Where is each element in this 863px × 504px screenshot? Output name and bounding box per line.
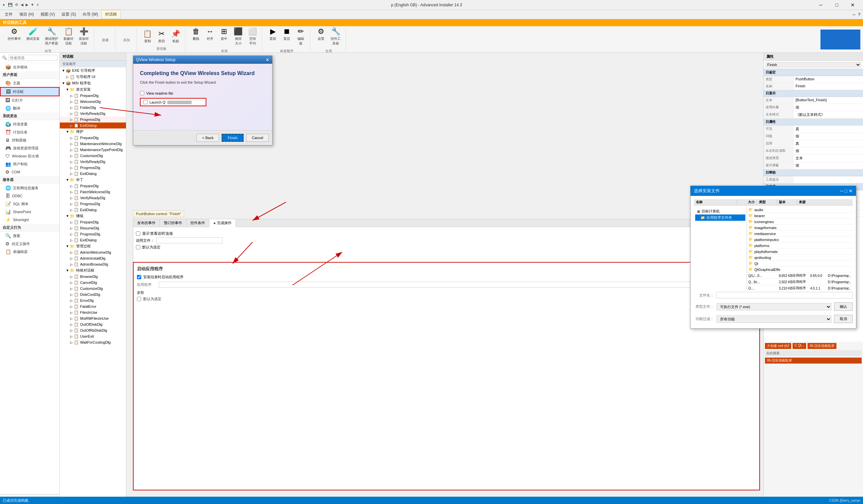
file-row-platforms[interactable]: 📁 platforms — [747, 243, 853, 249]
sidebar-item-envvar[interactable]: 🌍 环境变量 — [0, 120, 60, 128]
right-item-detail[interactable]: 06-Qt实现截取屏 — [765, 358, 862, 364]
tab-complete-action[interactable]: ● 完成操作 — [209, 219, 236, 227]
view-readme-checkbox[interactable] — [140, 91, 144, 95]
tree-item-browsedlg[interactable]: ▷📋BrowseDlg — [60, 274, 126, 280]
toolbar-btn-front[interactable]: ▶ 置前 — [266, 26, 279, 48]
tree-item-verifyreadydlg-3[interactable]: ▷📋VerifyReadyDlg — [60, 195, 126, 201]
sidebar-item-controlpanel[interactable]: 🖥 控制面板 — [0, 136, 60, 144]
file-row-qt[interactable]: 📁 Qt — [747, 261, 853, 267]
toolbar-btn-space-even[interactable]: ⬜ 空间平均 — [246, 26, 259, 48]
toolbar-btn-settings[interactable]: ⚙ 设置 — [314, 26, 328, 48]
tab-control-conditions[interactable]: 控件条件 — [186, 219, 209, 227]
tree-item-maintenance[interactable]: ▼📁维护 — [60, 129, 126, 135]
tree-item-filesinuse[interactable]: ▷📋FilesInUse — [60, 309, 126, 315]
maximize-button[interactable]: □ — [829, 0, 845, 10]
tree-item-outofrbdiskdlg[interactable]: ▷📋OutOfRbDiskDlg — [60, 327, 126, 333]
toolbar-btn-same-size[interactable]: ⬛ 相同大小 — [231, 26, 245, 48]
sidebar-item-sql[interactable]: 📝 SQL 脚本 — [0, 200, 60, 208]
tree-item-admin-process[interactable]: ▼📁管理过程 — [60, 243, 126, 249]
tree-item-adminwelcome[interactable]: ▷📋AdminWelcomeDlg — [60, 249, 126, 255]
tree-item-errordlg[interactable]: ▷📋ErrorDlg — [60, 297, 126, 303]
tree-item-preparedlg-2[interactable]: ▷📋PrepareDlg — [60, 135, 126, 141]
tree-item-verifyreadydlg-2[interactable]: ▷📋VerifyReadyDlg — [60, 159, 126, 165]
tree-item-waitforcost[interactable]: ▷📋WaitForCostingDlg — [60, 339, 126, 345]
launch-box[interactable]: Launch Q ▓▓▓▓▓▓▓▓▓▓ — [140, 98, 207, 106]
back-button[interactable]: < Back — [196, 134, 219, 142]
tree-item-fatalerror[interactable]: ▷📋FatalError — [60, 303, 126, 309]
tree-item-resumedlg[interactable]: ▷📋ResumeDlg — [60, 225, 126, 231]
sidebar-item-translate[interactable]: 🌐 翻译 — [0, 104, 60, 112]
tree-item-mainttype[interactable]: ▷📋MaintenanceTypePointDlg — [60, 147, 126, 153]
sidebar-item-com[interactable]: ⚙ COM — [0, 168, 60, 176]
file-dialog-minimize[interactable]: ─ — [840, 188, 843, 194]
toolbar-btn-edit-val[interactable]: ✏ 编辑值 — [294, 26, 308, 48]
launch-checkbox[interactable] — [143, 100, 148, 104]
file-row-mediaservice[interactable]: 📁 mediaservice — [747, 231, 853, 237]
description-file-input[interactable] — [156, 237, 223, 243]
tree-item-customizedlg-1[interactable]: ▷📋CustomizeDlg — [60, 153, 126, 159]
param-default-checkbox[interactable] — [137, 297, 141, 301]
sidebar-item-silverlight[interactable]: ⚡ Silverlight — [0, 216, 60, 224]
toolbar-btn-paste[interactable]: 📌 粘贴 — [169, 28, 183, 45]
sidebar-item-games[interactable]: 🎮 游戏资源管理器 — [0, 144, 60, 152]
tree-item-exitdialog-3[interactable]: ▷📋ExitDialog — [60, 207, 126, 213]
sidebar-item-table-editor[interactable]: 📋 表编辑器 — [0, 248, 60, 256]
sidebar-item-schedule[interactable]: ⏰ 计划任务 — [0, 128, 60, 136]
file-row-imageformats[interactable]: 📁 imageformats — [747, 225, 853, 231]
menu-view[interactable]: 视图 (V) — [37, 10, 58, 18]
file-row-bearer[interactable]: 📁 bearer — [747, 213, 853, 219]
file-row-exe1[interactable]: Q/L/...0... 8,652 KB 应用程序 0.65.0.0 D:\Pr… — [747, 273, 853, 279]
tab-published-events[interactable]: 发布的事件 — [133, 219, 160, 227]
finish-button[interactable]: Finish — [222, 134, 243, 142]
tree-item-first-install[interactable]: ▼ 📁 首次安装 — [60, 86, 126, 93]
sidebar-item-merge-modules[interactable]: 📦 合并模块 — [0, 63, 60, 71]
app-program-input[interactable] — [159, 282, 756, 287]
menu-settings[interactable]: 设置 (S) — [58, 10, 79, 18]
tree-item-customizedlg-2[interactable]: ▷📋CustomizeDlg — [60, 286, 126, 292]
tree-item-preparedlg-3[interactable]: ▷📋PrepareDlg — [60, 183, 126, 189]
sidebar-item-slides[interactable]: 🖼 幻灯片 — [0, 96, 60, 104]
tree-item-welcomedlg[interactable]: ▷📋WelcomeDlg — [60, 99, 126, 105]
properties-dropdown[interactable]: Finish — [766, 62, 861, 67]
dialog-close-button[interactable]: ✕ — [265, 57, 270, 62]
sidebar-item-firewall[interactable]: 🛡 Windows 防火墙 — [0, 152, 60, 160]
tree-item-admininstall[interactable]: ▷📋AdminInstallDlg — [60, 255, 126, 261]
file-row-exe3[interactable]: Q.... 3,210 KB 应用程序 4.0.1.1 D:\Program\q… — [747, 285, 853, 290]
tree-item-preparedlg-1[interactable]: ▷📋PrepareDlg — [60, 93, 126, 99]
sidebar-item-theme[interactable]: 🎨 主题 — [0, 79, 60, 87]
tree-item-progressdlg-2[interactable]: ▷📋ProgressDlg — [60, 165, 126, 171]
file-row-audio[interactable]: 📁 audio — [747, 207, 853, 213]
toolbar-btn-cut[interactable]: ✂ 剪切 — [155, 28, 168, 45]
tree-item-msirmfiles[interactable]: ▷📋MsiRMFilesInUse — [60, 315, 126, 321]
minimize-button[interactable]: ─ — [813, 0, 828, 10]
tree-item-exitdialog-4[interactable]: ▷📋ExitDialog — [60, 237, 126, 243]
menu-file[interactable]: 文件 — [1, 10, 16, 18]
right-item-2[interactable]: C Qt... — [792, 343, 806, 349]
cancel-file-button[interactable]: 取消 — [834, 315, 853, 323]
sidebar-item-dialogs[interactable]: 🖼 对话框 — [0, 87, 60, 96]
sidebar-item-search[interactable]: 🔍 搜索 — [0, 232, 60, 240]
close-button[interactable]: ✕ — [845, 0, 860, 10]
toolbar-btn-new-dialog[interactable]: 📋 新建对话框 — [61, 26, 76, 48]
sidebar-item-iis[interactable]: 🌐 互联网信息服务 — [0, 184, 60, 192]
file-row-qmltooling[interactable]: 📁 qmltooling — [747, 255, 853, 261]
tree-item-verifyreadydlg-1[interactable]: ▷📋VerifyReadyDlg — [60, 111, 126, 117]
file-dialog-maximize[interactable]: □ — [845, 188, 847, 194]
tree-item-resume[interactable]: ▼📁继续 — [60, 213, 126, 219]
tree-item-preparedlg-4[interactable]: ▷📋PrepareDlg — [60, 219, 126, 225]
tree-item-userexit[interactable]: ▷📋UserExit — [60, 333, 126, 339]
default-selected-checkbox[interactable] — [136, 245, 140, 249]
function-select[interactable]: 所有功能 — [716, 315, 831, 323]
tree-item-bootstrap-ui[interactable]: ▷ 📋 引导程序 UI — [60, 74, 126, 80]
tree-item-maintwelcome[interactable]: ▷📋MaintenanceWelcomeDlg — [60, 141, 126, 147]
file-row-qtgraphical[interactable]: 📁 QtGraphicalEffe — [747, 267, 853, 273]
file-row-platforminput[interactable]: 📁 platforminputcc — [747, 237, 853, 243]
search-input[interactable] — [8, 55, 58, 61]
sidebar-item-sharepoint[interactable]: 📊 SharePoint — [0, 208, 60, 216]
menu-wizard[interactable]: 向导 (W) — [79, 10, 102, 18]
file-tree-appfolder[interactable]: 📁 应用程序文件夹 — [695, 215, 745, 221]
tree-item-exe[interactable]: ▼ 📦 EXE 引导程序 — [60, 67, 126, 74]
tree-item-exitdialog-2[interactable]: ▷📋ExitDialog — [60, 171, 126, 177]
sidebar-item-custom-action[interactable]: ⚙ 自定义操作 — [0, 240, 60, 248]
tree-item-adminbrowse[interactable]: ▷📋AdminBrowseDlg — [60, 261, 126, 267]
